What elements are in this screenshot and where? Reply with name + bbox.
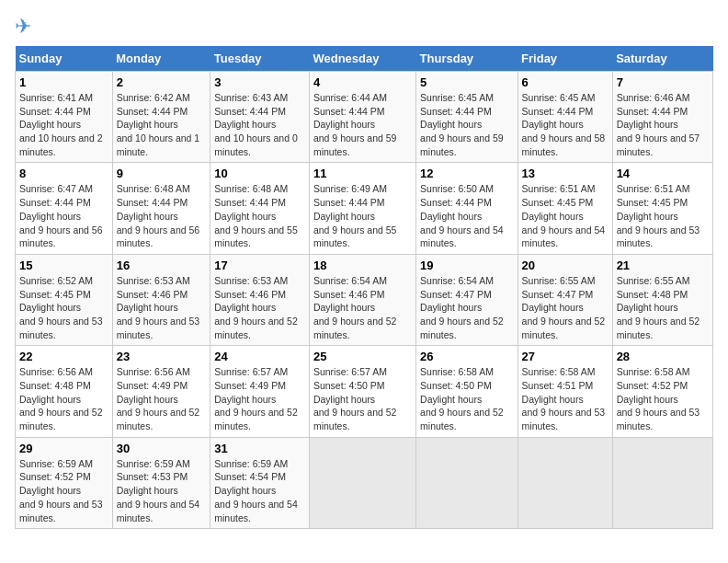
calendar-cell: 29 Sunrise: 6:59 AM Sunset: 4:52 PM Dayl… (16, 437, 113, 528)
day-info: Sunrise: 6:43 AM Sunset: 4:44 PM Dayligh… (214, 92, 298, 157)
header-wednesday: Wednesday (309, 46, 415, 72)
calendar-cell: 25 Sunrise: 6:57 AM Sunset: 4:50 PM Dayl… (309, 346, 415, 437)
day-number: 1 (19, 75, 108, 89)
calendar-cell: 31 Sunrise: 6:59 AM Sunset: 4:54 PM Dayl… (210, 437, 310, 528)
day-number: 20 (522, 259, 609, 272)
day-number: 16 (117, 259, 207, 272)
calendar-cell: 19 Sunrise: 6:54 AM Sunset: 4:47 PM Dayl… (416, 254, 518, 345)
day-info: Sunrise: 6:57 AM Sunset: 4:50 PM Dayligh… (313, 366, 397, 431)
calendar-cell (309, 437, 415, 528)
day-number: 30 (117, 442, 207, 455)
day-number: 18 (313, 259, 412, 272)
calendar-cell: 27 Sunrise: 6:58 AM Sunset: 4:51 PM Dayl… (518, 346, 612, 437)
day-info: Sunrise: 6:55 AM Sunset: 4:47 PM Dayligh… (522, 275, 606, 340)
day-info: Sunrise: 6:58 AM Sunset: 4:51 PM Dayligh… (522, 366, 606, 431)
calendar-week-3: 15 Sunrise: 6:52 AM Sunset: 4:45 PM Dayl… (16, 254, 713, 345)
calendar-cell: 28 Sunrise: 6:58 AM Sunset: 4:52 PM Dayl… (612, 346, 712, 437)
calendar-week-5: 29 Sunrise: 6:59 AM Sunset: 4:52 PM Dayl… (16, 437, 713, 528)
header-thursday: Thursday (416, 46, 518, 72)
day-info: Sunrise: 6:50 AM Sunset: 4:44 PM Dayligh… (420, 183, 504, 248)
day-number: 15 (19, 259, 108, 272)
day-info: Sunrise: 6:48 AM Sunset: 4:44 PM Dayligh… (214, 183, 298, 248)
day-info: Sunrise: 6:47 AM Sunset: 4:44 PM Dayligh… (19, 183, 103, 248)
header-friday: Friday (518, 46, 612, 72)
calendar-cell: 1 Sunrise: 6:41 AM Sunset: 4:44 PM Dayli… (16, 72, 113, 163)
day-info: Sunrise: 6:59 AM Sunset: 4:52 PM Dayligh… (19, 458, 103, 523)
day-number: 23 (117, 350, 207, 363)
day-number: 31 (214, 442, 305, 455)
day-number: 9 (117, 167, 207, 180)
calendar-cell: 3 Sunrise: 6:43 AM Sunset: 4:44 PM Dayli… (210, 72, 310, 163)
day-number: 25 (313, 350, 412, 363)
calendar-cell: 23 Sunrise: 6:56 AM Sunset: 4:49 PM Dayl… (112, 346, 210, 437)
day-number: 4 (313, 75, 412, 89)
calendar-cell: 2 Sunrise: 6:42 AM Sunset: 4:44 PM Dayli… (112, 72, 210, 163)
calendar-cell: 30 Sunrise: 6:59 AM Sunset: 4:53 PM Dayl… (112, 437, 210, 528)
logo-bird-icon: ✈ (15, 15, 31, 39)
day-info: Sunrise: 6:55 AM Sunset: 4:48 PM Dayligh… (617, 275, 700, 340)
calendar-week-1: 1 Sunrise: 6:41 AM Sunset: 4:44 PM Dayli… (16, 72, 713, 163)
day-number: 28 (617, 350, 709, 363)
calendar-cell: 20 Sunrise: 6:55 AM Sunset: 4:47 PM Dayl… (518, 254, 612, 345)
day-number: 26 (420, 350, 514, 363)
calendar-cell: 12 Sunrise: 6:50 AM Sunset: 4:44 PM Dayl… (416, 163, 518, 254)
calendar-cell: 26 Sunrise: 6:58 AM Sunset: 4:50 PM Dayl… (416, 346, 518, 437)
day-info: Sunrise: 6:59 AM Sunset: 4:53 PM Dayligh… (117, 458, 200, 523)
day-number: 27 (522, 350, 609, 363)
header-monday: Monday (112, 46, 210, 72)
calendar-week-4: 22 Sunrise: 6:56 AM Sunset: 4:48 PM Dayl… (16, 346, 713, 437)
calendar-cell: 5 Sunrise: 6:45 AM Sunset: 4:44 PM Dayli… (416, 72, 518, 163)
day-number: 29 (19, 442, 108, 455)
day-info: Sunrise: 6:56 AM Sunset: 4:49 PM Dayligh… (117, 366, 200, 431)
calendar-week-2: 8 Sunrise: 6:47 AM Sunset: 4:44 PM Dayli… (16, 163, 713, 254)
day-info: Sunrise: 6:42 AM Sunset: 4:44 PM Dayligh… (117, 92, 200, 157)
calendar-cell: 9 Sunrise: 6:48 AM Sunset: 4:44 PM Dayli… (112, 163, 210, 254)
calendar-cell: 16 Sunrise: 6:53 AM Sunset: 4:46 PM Dayl… (112, 254, 210, 345)
calendar-cell: 13 Sunrise: 6:51 AM Sunset: 4:45 PM Dayl… (518, 163, 612, 254)
calendar-cell (612, 437, 712, 528)
calendar-cell: 6 Sunrise: 6:45 AM Sunset: 4:44 PM Dayli… (518, 72, 612, 163)
day-number: 8 (19, 167, 108, 180)
logo: ✈ (15, 15, 35, 39)
day-info: Sunrise: 6:51 AM Sunset: 4:45 PM Dayligh… (617, 183, 700, 248)
calendar-cell: 22 Sunrise: 6:56 AM Sunset: 4:48 PM Dayl… (16, 346, 113, 437)
day-info: Sunrise: 6:44 AM Sunset: 4:44 PM Dayligh… (313, 92, 397, 157)
day-number: 2 (117, 75, 207, 89)
day-number: 7 (617, 75, 709, 89)
calendar-cell: 15 Sunrise: 6:52 AM Sunset: 4:45 PM Dayl… (16, 254, 113, 345)
day-info: Sunrise: 6:53 AM Sunset: 4:46 PM Dayligh… (214, 275, 298, 340)
day-number: 17 (214, 259, 305, 272)
day-number: 19 (420, 259, 514, 272)
calendar-cell: 8 Sunrise: 6:47 AM Sunset: 4:44 PM Dayli… (16, 163, 113, 254)
calendar-cell: 7 Sunrise: 6:46 AM Sunset: 4:44 PM Dayli… (612, 72, 712, 163)
day-info: Sunrise: 6:54 AM Sunset: 4:46 PM Dayligh… (313, 275, 397, 340)
calendar-cell: 10 Sunrise: 6:48 AM Sunset: 4:44 PM Dayl… (210, 163, 310, 254)
day-number: 13 (522, 167, 609, 180)
day-info: Sunrise: 6:56 AM Sunset: 4:48 PM Dayligh… (19, 366, 103, 431)
calendar-cell: 14 Sunrise: 6:51 AM Sunset: 4:45 PM Dayl… (612, 163, 712, 254)
day-number: 24 (214, 350, 305, 363)
day-info: Sunrise: 6:51 AM Sunset: 4:45 PM Dayligh… (522, 183, 606, 248)
calendar-cell: 4 Sunrise: 6:44 AM Sunset: 4:44 PM Dayli… (309, 72, 415, 163)
day-number: 10 (214, 167, 305, 180)
header-tuesday: Tuesday (210, 46, 310, 72)
day-info: Sunrise: 6:57 AM Sunset: 4:49 PM Dayligh… (214, 366, 298, 431)
day-number: 12 (420, 167, 514, 180)
day-number: 22 (19, 350, 108, 363)
day-info: Sunrise: 6:46 AM Sunset: 4:44 PM Dayligh… (617, 92, 700, 157)
calendar-cell: 24 Sunrise: 6:57 AM Sunset: 4:49 PM Dayl… (210, 346, 310, 437)
calendar-cell: 18 Sunrise: 6:54 AM Sunset: 4:46 PM Dayl… (309, 254, 415, 345)
day-number: 3 (214, 75, 305, 89)
day-number: 11 (313, 167, 412, 180)
day-info: Sunrise: 6:48 AM Sunset: 4:44 PM Dayligh… (117, 183, 200, 248)
day-info: Sunrise: 6:58 AM Sunset: 4:52 PM Dayligh… (617, 366, 700, 431)
day-number: 6 (522, 75, 609, 89)
header-saturday: Saturday (612, 46, 712, 72)
day-info: Sunrise: 6:45 AM Sunset: 4:44 PM Dayligh… (522, 92, 606, 157)
day-info: Sunrise: 6:41 AM Sunset: 4:44 PM Dayligh… (19, 92, 103, 157)
calendar-cell (416, 437, 518, 528)
calendar-cell: 17 Sunrise: 6:53 AM Sunset: 4:46 PM Dayl… (210, 254, 310, 345)
day-info: Sunrise: 6:49 AM Sunset: 4:44 PM Dayligh… (313, 183, 397, 248)
calendar-table: SundayMondayTuesdayWednesdayThursdayFrid… (15, 46, 713, 529)
calendar-header-row: SundayMondayTuesdayWednesdayThursdayFrid… (16, 46, 713, 72)
